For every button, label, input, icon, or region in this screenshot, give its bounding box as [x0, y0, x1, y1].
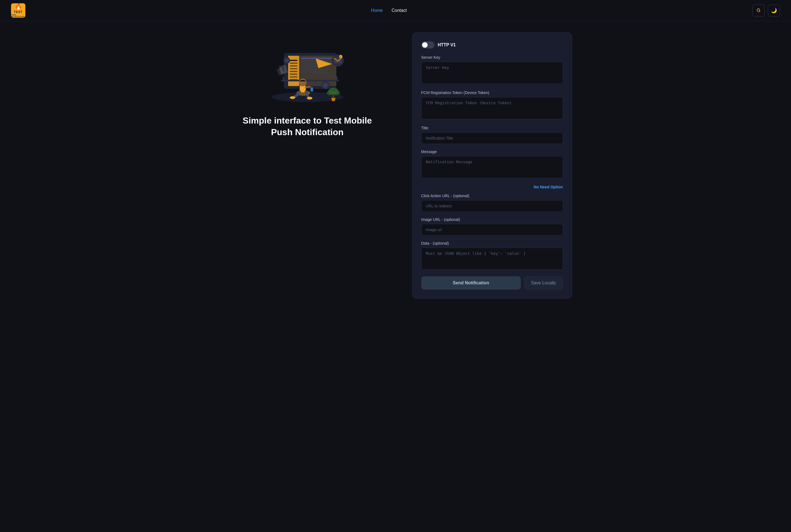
- message-label: Message: [421, 150, 563, 154]
- message-group: Message: [421, 150, 563, 179]
- data-label: Data - (optional): [421, 241, 563, 245]
- title-label: Title: [421, 126, 563, 130]
- toggle-row: HTTP V1: [421, 41, 563, 49]
- svg-rect-13: [301, 58, 334, 59]
- svg-rect-5: [290, 60, 297, 61]
- fcm-token-input[interactable]: [421, 97, 563, 119]
- server-key-input[interactable]: [421, 62, 563, 84]
- svg-point-33: [290, 96, 295, 99]
- form-panel: HTTP V1 Server Key FCM Registration Toke…: [412, 32, 572, 299]
- title-input[interactable]: [421, 132, 563, 144]
- button-row: Send Notification Save Locally: [421, 276, 563, 289]
- no-need-option-link[interactable]: No Need Option: [421, 185, 563, 189]
- http-v1-label: HTTP V1: [438, 42, 456, 48]
- fcm-token-group: FCM Registration Token (Device Token): [421, 91, 563, 120]
- svg-rect-18: [301, 72, 328, 73]
- svg-rect-14: [301, 60, 329, 61]
- server-key-group: Server Key: [421, 55, 563, 85]
- moon-icon: 🌙: [771, 7, 777, 14]
- main-content: !: [202, 21, 589, 310]
- send-notification-button[interactable]: Send Notification: [421, 276, 521, 289]
- click-action-input[interactable]: [421, 200, 563, 212]
- image-url-input[interactable]: [421, 224, 563, 235]
- nav-home[interactable]: Home: [371, 8, 383, 13]
- svg-rect-6: [290, 63, 297, 64]
- logo-text-sub: PUSH NOTIFICATION: [11, 14, 25, 17]
- nav-links: Home Contact: [371, 8, 407, 13]
- logo: 🔥 TEST PUSH NOTIFICATION: [11, 3, 25, 18]
- svg-point-32: [299, 79, 307, 86]
- click-action-group: Click Action URL - (optional): [421, 194, 563, 212]
- svg-rect-21: [281, 80, 339, 81]
- left-panel: !: [219, 32, 396, 138]
- svg-rect-7: [290, 65, 297, 66]
- google-button[interactable]: G: [752, 4, 765, 17]
- nav-contact[interactable]: Contact: [391, 8, 407, 13]
- message-input[interactable]: [421, 156, 563, 178]
- svg-point-29: [323, 83, 328, 88]
- data-input[interactable]: [421, 248, 563, 270]
- image-url-group: Image URL - (optional): [421, 217, 563, 235]
- logo-icon: 🔥: [15, 4, 22, 10]
- svg-rect-36: [311, 88, 313, 91]
- svg-text:!: !: [340, 56, 341, 58]
- hero-illustration: !: [261, 38, 354, 104]
- hero-title: Simple interface to Test Mobile Push Not…: [243, 115, 372, 138]
- svg-rect-8: [290, 68, 297, 69]
- logo-text-main: TEST: [14, 10, 23, 14]
- svg-rect-10: [290, 74, 297, 75]
- svg-rect-9: [290, 71, 297, 72]
- data-group: Data - (optional): [421, 241, 563, 271]
- svg-point-34: [307, 97, 312, 99]
- http-v1-toggle[interactable]: [421, 41, 435, 49]
- svg-point-39: [327, 91, 333, 95]
- navbar: 🔥 TEST PUSH NOTIFICATION Home Contact G …: [0, 0, 791, 21]
- fcm-token-label: FCM Registration Token (Device Token): [421, 91, 563, 95]
- save-locally-button[interactable]: Save Locally: [524, 276, 563, 289]
- svg-rect-17: [301, 69, 330, 70]
- server-key-label: Server Key: [421, 55, 563, 60]
- theme-toggle-button[interactable]: 🌙: [768, 4, 780, 17]
- hero-text: Simple interface to Test Mobile Push Not…: [243, 115, 372, 138]
- logo-box: 🔥 TEST PUSH NOTIFICATION: [11, 3, 25, 18]
- svg-point-27: [285, 58, 289, 62]
- image-url-label: Image URL - (optional): [421, 217, 563, 222]
- svg-point-40: [333, 91, 340, 95]
- navbar-actions: G 🌙: [752, 4, 780, 17]
- title-group: Title: [421, 126, 563, 144]
- svg-rect-11: [290, 76, 297, 77]
- click-action-label: Click Action URL - (optional): [421, 194, 563, 198]
- google-icon: G: [756, 8, 760, 14]
